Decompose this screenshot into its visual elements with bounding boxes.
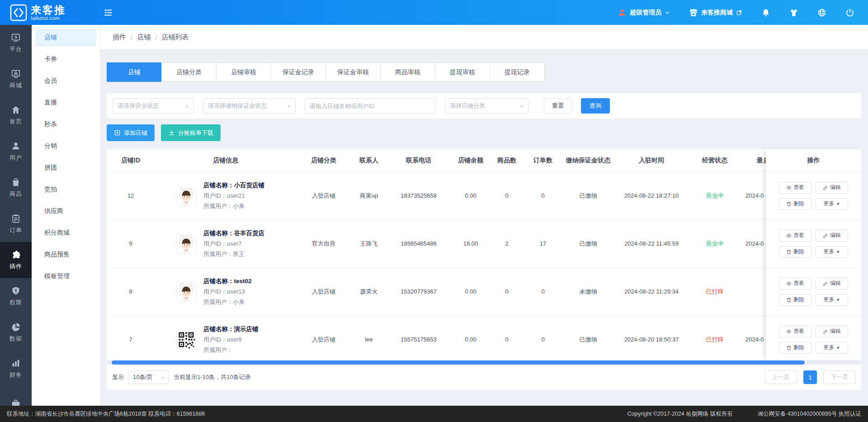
store-search-input[interactable] bbox=[305, 98, 436, 114]
notification-bell-icon[interactable] bbox=[761, 8, 770, 17]
mall-name: 来客推商城 bbox=[701, 9, 733, 17]
edit-button[interactable]: 编辑 bbox=[816, 182, 848, 194]
next-page-button[interactable]: 下一页 bbox=[823, 370, 856, 384]
store-user-id: 用户ID：user7 bbox=[203, 238, 264, 249]
logout-power-icon[interactable] bbox=[845, 8, 854, 17]
submenu-item-groupbuy[interactable]: 拼团 bbox=[35, 159, 96, 177]
shield-key-icon bbox=[11, 286, 21, 296]
sidebar-item-users[interactable]: 用户 bbox=[0, 133, 32, 170]
join-time: 2024-08-20 16:50:37 bbox=[613, 336, 690, 343]
tab-goods-audit[interactable]: 商品审核 bbox=[380, 62, 435, 82]
pagination: 显示 10条/页∨ 当前显示1-10条，共10条记录 上一页 1 下一页 bbox=[107, 365, 861, 390]
deposit-status-select[interactable]: 请选择缴纳保证金状态∨ bbox=[203, 98, 296, 114]
more-button[interactable]: 更多▼ bbox=[816, 294, 848, 306]
sidebar-item-permissions[interactable]: 权限 bbox=[0, 278, 32, 314]
tab-withdraw-records[interactable]: 提现记录 bbox=[490, 62, 545, 82]
sidebar-item-more[interactable] bbox=[0, 387, 32, 406]
breadcrumb-item[interactable]: 店铺列表 bbox=[161, 33, 189, 42]
sidebar-item-finance[interactable]: 财务 bbox=[0, 351, 32, 387]
delete-button[interactable]: 删除 bbox=[779, 342, 811, 354]
delete-button[interactable]: 删除 bbox=[779, 198, 811, 210]
tab-withdraw-audit[interactable]: 提现审核 bbox=[435, 62, 490, 82]
submenu-item-auction[interactable]: 竞拍 bbox=[35, 180, 96, 199]
table-row: 7 店铺名称：演示店铺 用户ID：user9 所属用户： 入驻店铺 bbox=[107, 316, 861, 360]
table-body: 12 店铺名称：小百货店铺 用户ID：user21 所属用户：小来 入驻店 bbox=[107, 172, 861, 360]
more-button[interactable]: 更多▼ bbox=[816, 198, 848, 210]
submenu-item-member[interactable]: 会员 bbox=[35, 72, 96, 90]
store-contact: 商家up bbox=[351, 192, 387, 200]
logo-brackets-icon bbox=[10, 4, 27, 21]
sidebar-item-mall[interactable]: 商城 bbox=[0, 61, 32, 97]
reset-button[interactable]: 重置 bbox=[544, 98, 572, 114]
submenu-item-presale[interactable]: 商品预售 bbox=[35, 246, 96, 264]
sidebar-item-goods[interactable]: 商品 bbox=[0, 170, 32, 206]
view-button[interactable]: 查看 bbox=[779, 326, 811, 337]
sidebar-item-plugins[interactable]: 插件 bbox=[0, 242, 32, 278]
view-button[interactable]: 查看 bbox=[779, 230, 811, 242]
table-header: 店铺ID 店铺信息 店铺分类 联系人 联系电话 店铺余额 商品数 订单数 缴纳保… bbox=[107, 149, 861, 172]
edit-button[interactable]: 编辑 bbox=[816, 326, 848, 337]
tab-store-category[interactable]: 店铺分类 bbox=[161, 62, 217, 82]
submenu-item-seckill[interactable]: 秒杀 bbox=[35, 115, 96, 133]
horizontal-scrollbar-thumb[interactable] bbox=[112, 360, 805, 365]
submenu-item-coupon[interactable]: 卡券 bbox=[35, 50, 96, 68]
caret-down-icon: ▼ bbox=[836, 298, 840, 302]
sidebar-item-platform[interactable]: S 平台 bbox=[0, 25, 32, 61]
row-actions: 查看 编辑 删除 更多▼ bbox=[766, 268, 861, 316]
submenu-item-points-mall[interactable]: 积分商城 bbox=[35, 224, 96, 242]
plus-square-icon bbox=[114, 129, 121, 136]
store-contact: 霹雳火 bbox=[351, 288, 387, 296]
tab-store-audit[interactable]: 店铺审核 bbox=[216, 62, 271, 82]
store-name: 店铺名称：谷丰百货店 bbox=[203, 228, 264, 238]
goods-count: 0 bbox=[491, 192, 523, 199]
logo-subtitle: laiketui.com bbox=[31, 15, 66, 21]
page-size-select[interactable]: 10条/页∨ bbox=[128, 370, 169, 384]
submenu-item-distribution[interactable]: 分销 bbox=[35, 137, 96, 155]
prev-page-button[interactable]: 上一页 bbox=[764, 370, 797, 384]
breadcrumb-item[interactable]: 店铺 bbox=[137, 33, 151, 42]
more-button[interactable]: 更多▼ bbox=[816, 246, 848, 258]
top-header: 来客推 laiketui.com 超级管理员 来客推商城 bbox=[0, 0, 868, 25]
search-button[interactable]: 查询 bbox=[581, 98, 610, 114]
sidebar-item-home[interactable]: 首页 bbox=[0, 97, 32, 133]
view-button[interactable]: 查看 bbox=[779, 278, 811, 289]
edit-icon bbox=[823, 281, 828, 286]
add-store-button[interactable]: 添加店铺 bbox=[107, 124, 155, 141]
delete-button[interactable]: 删除 bbox=[779, 246, 811, 258]
globe-language-icon[interactable] bbox=[817, 8, 826, 17]
eye-icon bbox=[786, 281, 792, 286]
tshirt-icon[interactable] bbox=[789, 8, 798, 17]
breadcrumb-item[interactable]: 插件 bbox=[113, 33, 126, 42]
storefront-icon bbox=[689, 8, 698, 17]
store-owner: 所属用户：小来 bbox=[203, 297, 252, 307]
store-balance: 18.00 bbox=[450, 240, 491, 247]
footer-copyright: Copyright ©2017-2024 拾捌网络 版权所有 bbox=[627, 410, 733, 418]
download-bill-button[interactable]: 分账账单下载 bbox=[161, 124, 221, 141]
edit-button[interactable]: 编辑 bbox=[816, 230, 848, 242]
current-user[interactable]: 超级管理员 bbox=[618, 8, 670, 17]
business-status-select[interactable]: 请选择营业状态∨ bbox=[113, 98, 194, 114]
sidebar-item-data[interactable]: 数据 bbox=[0, 314, 32, 351]
submenu-item-live[interactable]: 直播 bbox=[35, 94, 96, 112]
tab-deposit-records[interactable]: 保证金记录 bbox=[271, 62, 326, 82]
menu-collapse-icon[interactable] bbox=[103, 8, 113, 18]
submenu-item-template[interactable]: 模板管理 bbox=[35, 267, 96, 285]
more-button[interactable]: 更多▼ bbox=[816, 342, 848, 354]
chevron-down-icon bbox=[665, 10, 670, 15]
store-category-select[interactable]: 选择店铺分类∨ bbox=[445, 98, 528, 114]
store-owner: 所属用户：小来 bbox=[203, 201, 264, 211]
tab-store[interactable]: 店铺 bbox=[107, 62, 162, 82]
edit-button[interactable]: 编辑 bbox=[816, 278, 848, 289]
view-button[interactable]: 查看 bbox=[779, 182, 811, 194]
goods-count: 2 bbox=[491, 240, 523, 247]
page-number-1[interactable]: 1 bbox=[803, 370, 817, 384]
sidebar-item-orders[interactable]: 订单 bbox=[0, 206, 32, 242]
mall-link[interactable]: 来客推商城 bbox=[689, 8, 742, 17]
tab-deposit-audit[interactable]: 保证金审核 bbox=[326, 62, 381, 82]
submenu-item-store[interactable]: 店铺 bbox=[35, 28, 96, 47]
horizontal-scrollbar-track[interactable] bbox=[107, 360, 861, 365]
delete-button[interactable]: 删除 bbox=[779, 294, 811, 306]
submenu-item-supplier[interactable]: 供应商 bbox=[35, 202, 96, 220]
admin-name: 超级管理员 bbox=[630, 9, 661, 17]
home-icon bbox=[11, 105, 21, 115]
